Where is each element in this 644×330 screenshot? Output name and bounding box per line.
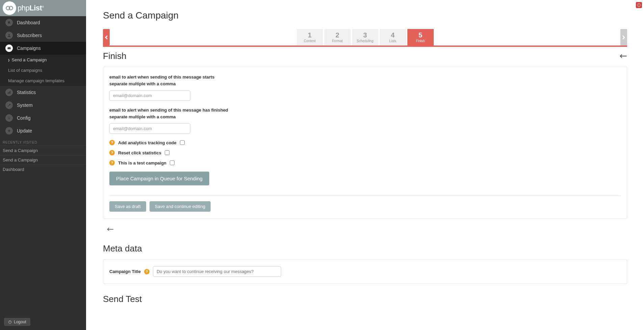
- svg-point-10: [9, 118, 10, 119]
- sendtest-heading: Send Test: [103, 294, 627, 304]
- svg-rect-6: [8, 47, 11, 49]
- recent-item-0[interactable]: Send a Campaign: [0, 146, 86, 155]
- page-title: Send a Campaign: [103, 10, 627, 21]
- nav-campaigns[interactable]: Campaigns: [0, 42, 86, 55]
- campaign-title-input[interactable]: [153, 266, 281, 277]
- help-icon[interactable]: ?: [109, 160, 115, 166]
- recent-header: RECENTLY VISITED: [0, 137, 86, 146]
- svg-rect-12: [8, 130, 10, 131]
- nav-label: System: [17, 102, 33, 108]
- nav-update[interactable]: Update: [0, 124, 86, 137]
- nav-config[interactable]: Config: [0, 112, 86, 124]
- analytics-checkbox[interactable]: [180, 140, 185, 145]
- svg-rect-8: [9, 92, 9, 94]
- nav-statistics[interactable]: Statistics: [0, 86, 86, 99]
- svg-rect-2: [639, 6, 639, 6]
- nav-label: Update: [17, 128, 32, 133]
- save-continue-button[interactable]: Save and continue editing: [150, 201, 211, 212]
- wrench-icon: [5, 101, 13, 109]
- start-alert-label: email to alert when sending of this mess…: [109, 74, 621, 87]
- wizard-prev-button[interactable]: [103, 29, 110, 46]
- home-icon: [5, 19, 13, 26]
- save-draft-button[interactable]: Save as draft: [109, 201, 146, 212]
- nav-subscribers[interactable]: Subscribers: [0, 29, 86, 42]
- logo-icon: [3, 1, 16, 15]
- user-icon: [5, 32, 13, 39]
- analytics-label: Add analytics tracking code: [118, 140, 177, 145]
- step-format[interactable]: 2 Format: [324, 29, 351, 46]
- back-arrow-bottom[interactable]: 🡐: [107, 226, 114, 233]
- svg-point-5: [8, 34, 10, 35]
- start-alert-input[interactable]: [109, 90, 190, 101]
- svg-rect-9: [10, 91, 10, 94]
- analytics-row: ? Add analytics tracking code: [109, 140, 621, 145]
- wizard-steps: 1 Content 2 Format 3 Scheduling 4 Lists …: [103, 29, 627, 46]
- test-checkbox[interactable]: [170, 160, 175, 165]
- wizard-next-button[interactable]: [620, 29, 627, 46]
- svg-rect-7: [8, 92, 8, 94]
- help-icon[interactable]: ?: [109, 140, 115, 145]
- help-icon[interactable]: ?: [109, 150, 115, 155]
- nav-dashboard[interactable]: Dashboard: [0, 16, 86, 29]
- queue-button[interactable]: Place Campaign in Queue for Sending: [109, 172, 209, 185]
- recent-item-2[interactable]: Dashboard: [0, 164, 86, 174]
- gear-icon: [5, 114, 13, 122]
- section-header-row: Finish 🡐: [103, 51, 627, 61]
- notification-badge[interactable]: [636, 2, 642, 8]
- logo[interactable]: phpList®: [3, 1, 44, 15]
- finish-alert-label: email to alert when sending of this mess…: [109, 107, 621, 120]
- main-content: Send a Campaign 1 Content 2 Format 3 Sch…: [86, 0, 644, 314]
- subnav-send-campaign[interactable]: Send a Campaign: [0, 55, 86, 65]
- back-arrow-top[interactable]: 🡐: [620, 52, 627, 61]
- reset-label: Reset click statistics: [118, 150, 161, 155]
- campaigns-subnav: Send a Campaign List of campaigns Manage…: [0, 55, 86, 86]
- sidebar: phpList® Dashboard Subscribers Campaigns…: [0, 0, 86, 314]
- step-lists[interactable]: 4 Lists: [380, 29, 406, 46]
- main-nav-lower: Statistics System Config Update: [0, 86, 86, 137]
- test-label: This is a test campaign: [118, 160, 166, 166]
- campaign-title-row: Campaign Title ?: [109, 266, 621, 277]
- plus-icon: [5, 127, 13, 134]
- nav-label: Statistics: [17, 90, 36, 95]
- chart-icon: [5, 89, 13, 96]
- sidebar-header: phpList®: [0, 0, 86, 16]
- logo-text: phpList®: [18, 4, 44, 12]
- subnav-manage-templates[interactable]: Manage campaign templates: [0, 76, 86, 86]
- help-icon[interactable]: ?: [144, 269, 150, 274]
- step-finish[interactable]: 5 Finish: [407, 29, 434, 46]
- reset-row: ? Reset click statistics: [109, 150, 621, 155]
- svg-rect-1: [639, 4, 639, 5]
- nav-label: Subscribers: [17, 33, 42, 38]
- sidebar-footer: Logout: [0, 314, 86, 314]
- main-nav: Dashboard Subscribers Campaigns: [0, 16, 86, 55]
- nav-system[interactable]: System: [0, 99, 86, 112]
- step-scheduling[interactable]: 3 Scheduling: [352, 29, 378, 46]
- nav-label: Dashboard: [17, 20, 40, 25]
- meta-heading: Meta data: [103, 243, 627, 254]
- panel-divider: [109, 196, 621, 196]
- section-title: Finish: [103, 51, 126, 61]
- step-content[interactable]: 1 Content: [297, 29, 323, 46]
- step-tabs: 1 Content 2 Format 3 Scheduling 4 Lists …: [297, 29, 434, 46]
- finish-panel: email to alert when sending of this mess…: [103, 67, 627, 219]
- finish-alert-input[interactable]: [109, 123, 190, 134]
- reset-checkbox[interactable]: [165, 150, 169, 155]
- envelope-icon: [5, 44, 13, 52]
- meta-panel: Campaign Title ?: [103, 259, 627, 284]
- test-row: ? This is a test campaign: [109, 160, 621, 166]
- subnav-list-campaigns[interactable]: List of campaigns: [0, 65, 86, 76]
- campaign-title-label: Campaign Title: [109, 269, 141, 274]
- nav-label: Config: [17, 115, 30, 121]
- wizard-divider: [103, 46, 627, 47]
- recent-item-1[interactable]: Send a Campaign: [0, 155, 86, 164]
- nav-label: Campaigns: [17, 46, 41, 51]
